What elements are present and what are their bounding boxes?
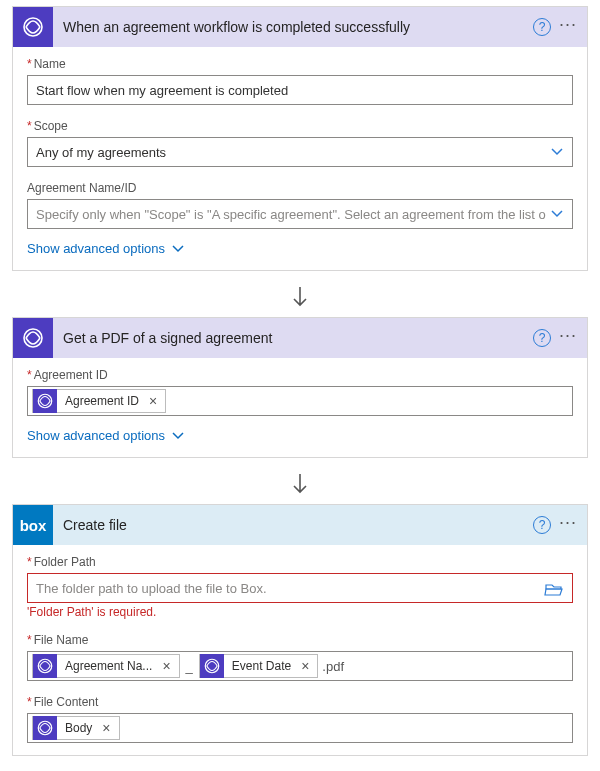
step-trigger-title: When an agreement workflow is completed … xyxy=(63,19,523,35)
chip-label: Agreement ID xyxy=(63,394,141,408)
chevron-down-icon xyxy=(550,145,564,159)
show-advanced-link[interactable]: Show advanced options xyxy=(13,428,587,457)
chip-event-date[interactable]: Event Date × xyxy=(199,654,319,678)
chevron-down-icon xyxy=(171,242,185,256)
step-get-pdf-header[interactable]: Get a PDF of a signed agreement ? ··· xyxy=(13,318,587,358)
chip-remove-icon[interactable]: × xyxy=(299,658,311,674)
name-label: Name xyxy=(34,57,66,71)
file-name-label: File Name xyxy=(34,633,89,647)
chip-label: Agreement Na... xyxy=(63,659,154,673)
folder-path-error: 'Folder Path' is required. xyxy=(27,605,573,619)
acrobat-icon xyxy=(33,654,57,678)
folder-path-text[interactable] xyxy=(32,577,544,600)
agreement-id-label: Agreement ID xyxy=(34,368,108,382)
folder-path-label: Folder Path xyxy=(34,555,96,569)
step-trigger: When an agreement workflow is completed … xyxy=(12,6,588,271)
agreement-id-input[interactable]: Agreement ID × xyxy=(27,386,573,416)
file-content-input[interactable]: Body × xyxy=(27,713,573,743)
file-name-input[interactable]: Agreement Na... × _ Event Date × .pdf xyxy=(27,651,573,681)
chip-label: Body xyxy=(63,721,94,735)
chip-remove-icon[interactable]: × xyxy=(100,720,112,736)
agreement-select[interactable] xyxy=(27,199,573,229)
step-create-file: box Create file ? ··· Folder Path 'Folde… xyxy=(12,504,588,756)
separator: _ xyxy=(184,659,195,674)
field-agreement-id: Agreement Name/ID xyxy=(27,181,573,229)
box-icon: box xyxy=(13,505,53,545)
scope-select[interactable]: Any of my agreements xyxy=(27,137,573,167)
chip-label: Event Date xyxy=(230,659,293,673)
chip-agreement-id[interactable]: Agreement ID × xyxy=(32,389,166,413)
show-advanced-link[interactable]: Show advanced options xyxy=(13,241,587,270)
step-create-file-title: Create file xyxy=(63,517,523,533)
field-agreement-id: Agreement ID Agreement ID × xyxy=(27,368,573,416)
acrobat-icon xyxy=(13,318,53,358)
step-get-pdf-title: Get a PDF of a signed agreement xyxy=(63,330,523,346)
show-advanced-label: Show advanced options xyxy=(27,428,165,443)
chip-remove-icon[interactable]: × xyxy=(160,658,172,674)
chip-body[interactable]: Body × xyxy=(32,716,120,740)
field-name: Name xyxy=(27,57,573,105)
file-content-label: File Content xyxy=(34,695,99,709)
file-name-suffix: .pdf xyxy=(322,659,344,674)
step-get-pdf: Get a PDF of a signed agreement ? ··· Ag… xyxy=(12,317,588,458)
box-logo-text: box xyxy=(20,517,47,534)
field-file-content: File Content Body × xyxy=(27,695,573,743)
chip-remove-icon[interactable]: × xyxy=(147,393,159,409)
connector-arrow xyxy=(12,464,588,504)
folder-picker-icon[interactable] xyxy=(544,580,564,596)
scope-value: Any of my agreements xyxy=(32,141,550,164)
field-file-name: File Name Agreement Na... × _ Event Date… xyxy=(27,633,573,681)
connector-arrow xyxy=(12,277,588,317)
step-create-file-header[interactable]: box Create file ? ··· xyxy=(13,505,587,545)
chevron-down-icon xyxy=(171,429,185,443)
acrobat-icon xyxy=(13,7,53,47)
acrobat-icon xyxy=(33,716,57,740)
help-icon[interactable]: ? xyxy=(533,18,551,36)
acrobat-icon xyxy=(33,389,57,413)
required-marker xyxy=(27,57,34,71)
chevron-down-icon xyxy=(550,207,564,221)
folder-path-input[interactable] xyxy=(27,573,573,603)
help-icon[interactable]: ? xyxy=(533,516,551,534)
agreement-input[interactable] xyxy=(32,203,550,226)
help-icon[interactable]: ? xyxy=(533,329,551,347)
field-scope: Scope Any of my agreements xyxy=(27,119,573,167)
scope-label: Scope xyxy=(34,119,68,133)
acrobat-icon xyxy=(200,654,224,678)
field-folder-path: Folder Path 'Folder Path' is required. xyxy=(27,555,573,619)
chip-agreement-name[interactable]: Agreement Na... × xyxy=(32,654,180,678)
show-advanced-label: Show advanced options xyxy=(27,241,165,256)
step-trigger-header[interactable]: When an agreement workflow is completed … xyxy=(13,7,587,47)
agreement-label: Agreement Name/ID xyxy=(27,181,136,195)
name-input[interactable] xyxy=(32,79,564,102)
